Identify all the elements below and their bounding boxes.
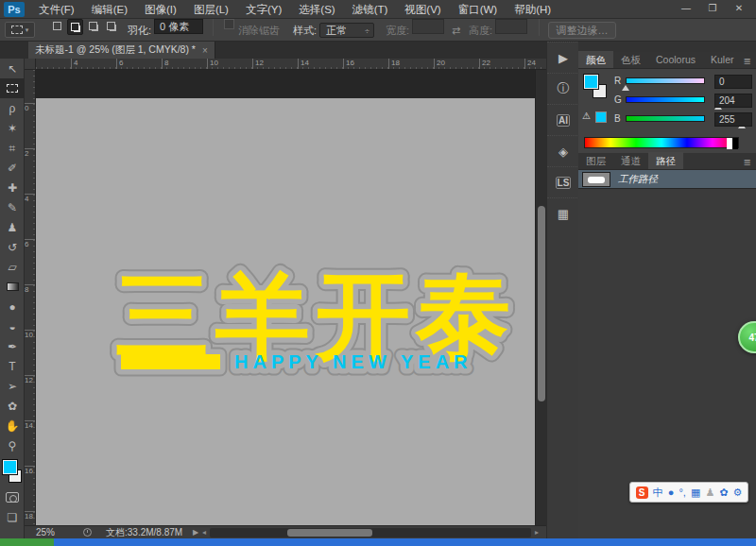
channel-value-input[interactable]: 0 (714, 75, 752, 89)
tab-通道[interactable]: 通道 (613, 152, 648, 169)
tab-Coolorus[interactable]: Coolorus (648, 51, 703, 68)
panel-menu-icon[interactable]: ≣ (744, 157, 751, 167)
panel-menu-icon[interactable]: ≣ (744, 56, 751, 66)
magic-wand-tool-icon: ✶ (8, 123, 17, 134)
menu-item-视图[interactable]: 视图(V) (396, 0, 449, 19)
eyedropper-tool[interactable]: ✐ (0, 158, 25, 178)
color-channel-row-G: G204 (614, 94, 752, 109)
hand-tool[interactable]: ✋ (0, 416, 25, 435)
screen-mode-button[interactable]: ❏ (0, 507, 25, 527)
channel-value-input[interactable]: 204 (714, 94, 752, 108)
horizontal-scrollbar[interactable] (210, 528, 531, 537)
gamut-warning-icon[interactable]: ⚠ (582, 111, 591, 121)
layer-styles-panel-icon[interactable]: LS (547, 166, 579, 197)
info-panel-icon[interactable]: ⓘ (547, 73, 579, 104)
actions-panel-icon[interactable]: ▶ (547, 42, 579, 73)
menu-item-文件[interactable]: 文件(F) (30, 0, 83, 19)
magic-wand-tool[interactable]: ✶ (0, 118, 25, 138)
custom-shape-tool[interactable]: ✿ (0, 396, 25, 416)
path-row[interactable]: 工作路径 (578, 170, 756, 189)
menu-item-帮助[interactable]: 帮助(H) (506, 0, 559, 19)
scroll-right-arrow-icon[interactable]: ▸ (535, 526, 539, 539)
channel-value-input[interactable]: 255 (714, 112, 752, 127)
minimize-button[interactable]: — (673, 0, 699, 17)
close-button[interactable]: ✕ (726, 0, 752, 17)
rectangular-marquee-tool[interactable] (0, 78, 25, 98)
pen-tool[interactable]: ✒ (0, 336, 25, 356)
soft-keyboard-icon[interactable]: ▦ (691, 487, 700, 498)
feather-input[interactable]: 0 像素 (154, 19, 203, 34)
height-input[interactable] (495, 19, 527, 34)
blur-tool[interactable]: ● (0, 297, 25, 316)
gradient-tool[interactable] (0, 277, 25, 297)
type-tool[interactable]: T (0, 356, 25, 376)
user-icon[interactable]: ♟ (705, 487, 714, 498)
clone-stamp-tool[interactable]: ♟ (0, 217, 25, 237)
menu-item-滤镜[interactable]: 滤镜(T) (344, 0, 397, 19)
vertical-scrollbar[interactable] (535, 70, 546, 525)
black-swatch[interactable] (732, 138, 738, 149)
foreground-color-swatch[interactable] (584, 75, 598, 89)
subtract-from-selection-button[interactable] (85, 19, 101, 35)
zoom-tool[interactable]: ⚲ (0, 435, 25, 455)
clock-icon (83, 528, 92, 537)
tab-路径[interactable]: 路径 (648, 152, 683, 169)
channel-slider[interactable] (626, 96, 705, 103)
menu-item-图层[interactable]: 图层(L) (185, 0, 237, 19)
channel-slider[interactable] (626, 77, 705, 84)
intersect-selection-button[interactable] (103, 19, 119, 35)
history-brush-tool[interactable]: ↺ (0, 237, 25, 257)
tab-图层[interactable]: 图层 (578, 152, 613, 169)
gamut-swatch[interactable] (595, 111, 607, 123)
status-flyout-arrow-icon[interactable]: ▶ (193, 526, 198, 539)
document-canvas[interactable]: 三羊开泰 HAPPY NEW YEAR 三羊开泰 HAPPY NEW YEAR … (36, 98, 535, 525)
chinese-mode-icon[interactable]: 中 (653, 487, 663, 498)
foreground-color-swatch[interactable] (3, 460, 17, 474)
tab-颜色[interactable]: 颜色 (578, 51, 613, 68)
clone-stamp-tool-icon: ♟ (8, 222, 18, 233)
vertical-scrollbar-thumb[interactable] (538, 206, 545, 401)
patterns-panel-icon[interactable]: ▦ (547, 197, 579, 229)
path-selection-tool[interactable]: ➢ (0, 376, 25, 396)
slider-marker[interactable] (622, 85, 629, 91)
restore-button[interactable]: ❐ (699, 0, 726, 17)
new-selection-button[interactable] (49, 19, 65, 35)
fullwidth-mode-icon[interactable]: ● (668, 487, 675, 498)
channel-slider[interactable] (626, 115, 705, 122)
scroll-left-arrow-icon[interactable]: ◂ (202, 526, 206, 539)
healing-brush-tool[interactable]: ✚ (0, 178, 25, 197)
style-dropdown[interactable]: 正常 ÷ (319, 23, 374, 38)
tab-Kuler[interactable]: Kuler (703, 51, 742, 68)
canvas-viewport[interactable]: 三羊开泰 HAPPY NEW YEAR 三羊开泰 HAPPY NEW YEAR … (36, 70, 535, 525)
wrench-icon[interactable]: ⚙ (733, 487, 743, 498)
menu-item-选择[interactable]: 选择(S) (290, 0, 343, 19)
width-input[interactable] (412, 19, 444, 34)
lasso-tool[interactable]: ρ (0, 98, 25, 118)
horizontal-scrollbar-thumb[interactable] (287, 529, 372, 537)
document-tab[interactable]: 未标题-1 @ 25% (图层 1, CMYK/8) * × (28, 42, 215, 59)
swap-dimensions-icon[interactable]: ⇄ (452, 19, 460, 42)
brush-tool[interactable]: ✎ (0, 197, 25, 217)
eraser-tool[interactable]: ▱ (0, 257, 25, 277)
ai-panel-icon[interactable]: Al (547, 104, 579, 135)
antialias-checkbox[interactable] (224, 19, 234, 29)
add-to-selection-button[interactable] (67, 19, 83, 35)
menu-item-图像[interactable]: 图像(I) (136, 0, 185, 19)
menu-item-编辑[interactable]: 编辑(E) (83, 0, 136, 19)
zoom-level[interactable]: 25% (36, 526, 55, 539)
crop-tool[interactable]: ⌗ (0, 138, 25, 158)
close-tab-icon[interactable]: × (202, 45, 208, 56)
punctuation-mode-icon[interactable]: °, (679, 487, 685, 498)
dodge-tool[interactable]: ◒ (0, 316, 25, 336)
tool-preset-picker[interactable]: ▾ (5, 22, 35, 38)
sogou-logo[interactable]: S (636, 486, 648, 499)
tab-色板[interactable]: 色板 (613, 51, 648, 68)
refine-edge-button[interactable]: 调整边缘… (548, 22, 616, 39)
color-spectrum-ramp[interactable] (584, 137, 739, 148)
menu-item-窗口[interactable]: 窗口(W) (450, 0, 507, 19)
move-tool[interactable]: ↖ (0, 59, 25, 78)
quick-mask-button[interactable] (0, 487, 25, 507)
menu-item-文字[interactable]: 文字(Y) (237, 0, 290, 19)
skin-icon[interactable]: ✿ (719, 487, 728, 498)
layer-comps-panel-icon[interactable]: ◈ (547, 135, 579, 166)
